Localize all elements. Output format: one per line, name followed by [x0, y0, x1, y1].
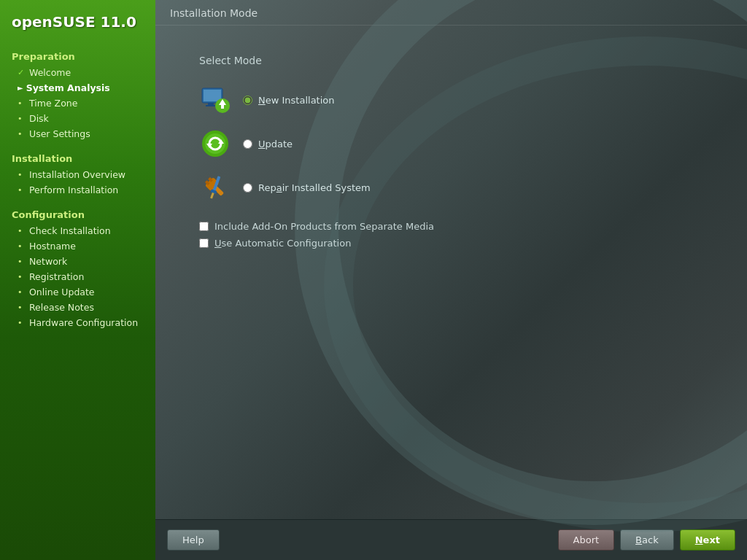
repair-label: Repair Installed System: [258, 182, 371, 193]
sidebar-item-label: Time Zone: [29, 98, 77, 109]
sidebar-item-time-zone[interactable]: • Time Zone: [0, 96, 155, 111]
repair-icon: [199, 171, 231, 203]
select-mode-label: Select Mode: [199, 55, 703, 66]
sidebar-item-label: Network: [29, 256, 67, 267]
sidebar-item-registration[interactable]: • Registration: [0, 269, 155, 284]
sidebar-item-label: Registration: [29, 271, 84, 282]
sidebar-item-label: User Settings: [29, 128, 90, 139]
help-button[interactable]: Help: [167, 529, 220, 551]
include-addon-text: Include Add-On Products from Separate Me…: [214, 221, 434, 232]
include-addon-label[interactable]: Include Add-On Products from Separate Me…: [214, 221, 434, 232]
bullet-icon: •: [18, 114, 25, 123]
sidebar-item-hardware-configuration[interactable]: • Hardware Configuration: [0, 315, 155, 330]
bottom-right-buttons: Abort Back Next: [558, 529, 735, 551]
installation-section: Installation • Installation Overview • P…: [0, 144, 155, 201]
bottom-bar: Help Abort Back Next: [155, 519, 747, 560]
sidebar-item-check-installation[interactable]: • Check Installation: [0, 223, 155, 238]
main-header: Installation Mode: [155, 0, 747, 26]
sidebar-item-system-analysis[interactable]: ► System Analysis: [0, 80, 155, 96]
sidebar-item-label: Check Installation: [29, 225, 111, 236]
bullet-icon: •: [18, 226, 25, 236]
svg-rect-6: [221, 105, 224, 109]
preparation-title: Preparation: [0, 48, 155, 65]
update-radio-label[interactable]: Update: [243, 139, 293, 149]
main-area: Installation Mode Select Mode: [155, 0, 747, 560]
repair-radio-label[interactable]: Repair Installed System: [243, 182, 371, 193]
update-icon: [199, 128, 231, 160]
new-installation-radio-label[interactable]: New Installation: [243, 95, 335, 106]
bullet-icon: •: [18, 287, 25, 297]
bullet-icon: •: [18, 170, 25, 179]
update-radio[interactable]: [243, 139, 252, 149]
new-installation-radio[interactable]: [243, 96, 252, 105]
repair-option: Repair Installed System: [199, 171, 703, 203]
sidebar-item-network[interactable]: • Network: [0, 254, 155, 269]
sidebar-item-label: Hostname: [29, 241, 76, 252]
bullet-icon: •: [18, 129, 25, 139]
sidebar-item-release-notes[interactable]: • Release Notes: [0, 300, 155, 315]
bullet-icon: •: [18, 272, 25, 281]
sidebar-item-perform-installation[interactable]: • Perform Installation: [0, 182, 155, 198]
use-automatic-checkbox[interactable]: [199, 238, 209, 248]
sidebar-item-installation-overview[interactable]: • Installation Overview: [0, 167, 155, 182]
new-installation-icon: [199, 84, 231, 116]
done-icon: ✓: [18, 68, 25, 77]
use-automatic-text: Use Automatic Configuration: [214, 238, 351, 249]
svg-rect-1: [204, 90, 221, 101]
repair-radio[interactable]: [243, 183, 252, 192]
sidebar-item-user-settings[interactable]: • User Settings: [0, 126, 155, 141]
sidebar-item-disk[interactable]: • Disk: [0, 111, 155, 126]
preparation-section: Preparation ✓ Welcome ► System Analysis …: [0, 42, 155, 144]
include-addon-row: Include Add-On Products from Separate Me…: [199, 221, 703, 232]
sidebar: openSUSE 11.0 Preparation ✓ Welcome ► Sy…: [0, 0, 155, 560]
use-automatic-label[interactable]: Use Automatic Configuration: [214, 238, 351, 249]
sidebar-item-label: Welcome: [29, 67, 71, 78]
new-installation-label: New Installation: [258, 95, 335, 106]
sidebar-item-welcome[interactable]: ✓ Welcome: [0, 65, 155, 80]
svg-rect-17: [210, 192, 214, 199]
configuration-title: Configuration: [0, 206, 155, 223]
include-addon-checkbox[interactable]: [199, 222, 209, 231]
bullet-icon: •: [18, 98, 25, 108]
sidebar-item-label: Release Notes: [29, 302, 94, 313]
bullet-icon: •: [18, 185, 25, 195]
sidebar-item-label: Hardware Configuration: [29, 317, 138, 328]
content-area: Select Mode: [155, 26, 747, 519]
update-label: Update: [258, 139, 293, 149]
sidebar-item-label: Disk: [29, 113, 49, 124]
configuration-section: Configuration • Check Installation • Hos…: [0, 201, 155, 333]
back-button[interactable]: Back: [620, 529, 674, 551]
arrow-icon: ►: [18, 84, 23, 92]
bullet-icon: •: [18, 257, 25, 266]
sidebar-item-label: Online Update: [29, 287, 95, 298]
installation-title: Installation: [0, 150, 155, 167]
sidebar-item-label: Installation Overview: [29, 169, 125, 180]
new-installation-option: New Installation: [199, 84, 703, 116]
next-button[interactable]: Next: [680, 529, 735, 551]
sidebar-item-online-update[interactable]: • Online Update: [0, 284, 155, 300]
abort-button[interactable]: Abort: [558, 529, 615, 551]
sidebar-item-label: Perform Installation: [29, 184, 118, 195]
sidebar-item-hostname[interactable]: • Hostname: [0, 238, 155, 254]
bullet-icon: •: [18, 318, 25, 327]
page-title: Installation Mode: [170, 7, 258, 19]
bullet-icon: •: [18, 303, 25, 312]
svg-rect-2: [208, 103, 214, 105]
update-option: Update: [199, 128, 703, 160]
app-title: openSUSE 11.0: [0, 0, 155, 42]
use-automatic-row: Use Automatic Configuration: [199, 238, 703, 249]
svg-rect-3: [206, 105, 216, 106]
bullet-icon: •: [18, 241, 25, 251]
app-container: openSUSE 11.0 Preparation ✓ Welcome ► Sy…: [0, 0, 747, 560]
checkboxes-container: Include Add-On Products from Separate Me…: [199, 221, 703, 249]
sidebar-item-label: System Analysis: [26, 82, 110, 93]
